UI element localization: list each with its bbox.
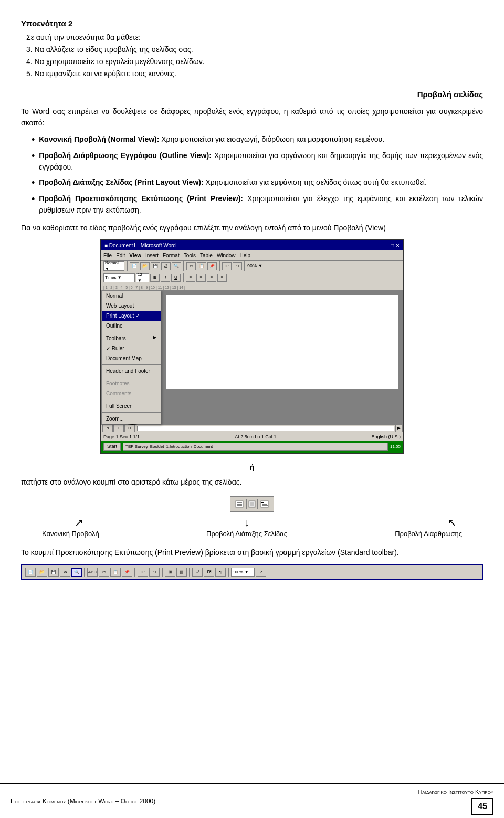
view-menu-sep4: [102, 400, 161, 400]
toolbar-btn-save[interactable]: 💾: [151, 262, 160, 270]
word-ruler: | 1 | 2 | 3 | 4 | 5 | 6 | 7 | 8 | 9 | 10…: [101, 284, 403, 290]
menu-table[interactable]: Table: [200, 251, 213, 259]
menu-help[interactable]: Help: [240, 251, 251, 259]
bullet-dot-3: •: [32, 176, 35, 190]
scrollbar-thumb[interactable]: [137, 426, 394, 431]
menu-insert[interactable]: Insert: [145, 251, 159, 259]
std-btn-email[interactable]: ✉: [60, 568, 70, 577]
view-menu-header[interactable]: Header and Footer: [102, 366, 161, 376]
toolbar-separator-2: [183, 261, 184, 271]
taskbar: Start TEF-Survey Booklet 1.Introduction …: [101, 441, 403, 453]
view-menu-outline[interactable]: Outline: [102, 321, 161, 331]
standard-toolbar: 📄 📂 💾 ✉ 🔍 ABC ✂ 📋 📌 ↩ ↪ ⊞ ▤ 🖊 🗺 ¶ 100% ▼…: [21, 564, 483, 580]
taskbar-item-4[interactable]: Document: [194, 444, 213, 450]
view-menu-comments: Comments: [102, 389, 161, 398]
footer-right-section: Παιδαγωγικο Ινστιτουτο Κυπρου 45: [418, 788, 494, 815]
menu-window[interactable]: Window: [217, 251, 236, 259]
footer-left-section: Επεξεργασία Κειμενου (Microsoft Word – O…: [10, 796, 155, 806]
std-zoom-dropdown[interactable]: 100% ▼: [231, 568, 255, 577]
toolbar-separator-3: [219, 261, 220, 271]
toolbar-btn-paste[interactable]: 📌: [207, 262, 217, 270]
toolbar-btn-justify[interactable]: ≡: [217, 274, 227, 282]
page-footer: Επεξεργασία Κειμενου (Microsoft Word – O…: [0, 783, 504, 819]
taskbar-start[interactable]: Start: [103, 443, 121, 451]
std-btn-copy[interactable]: 📋: [110, 568, 121, 577]
toolbar-btn-bold[interactable]: B: [150, 274, 160, 282]
toolbar-btn-preview[interactable]: 🔍: [172, 262, 181, 270]
menu-tools[interactable]: Tools: [184, 251, 196, 259]
scrollbar-right-arrow[interactable]: ▶: [395, 425, 403, 432]
style-dropdown[interactable]: Normal ▼: [103, 261, 124, 271]
std-btn-map[interactable]: 🗺: [204, 568, 214, 577]
status-position: At 2,5cm Ln 1 Col 1: [235, 434, 276, 441]
menu-view[interactable]: View: [129, 251, 141, 259]
std-btn-table[interactable]: ⊞: [165, 568, 175, 577]
std-btn-help[interactable]: ?: [256, 568, 266, 577]
view-btn-outline[interactable]: O: [124, 425, 135, 432]
toolbar-btn-italic[interactable]: I: [161, 274, 170, 282]
toolbar-btn-print[interactable]: 🖨: [161, 262, 171, 270]
subtitle-item-1: 3. Να αλλάζετε το είδος προβολής της σελ…: [26, 44, 483, 55]
toolbar-btn-new[interactable]: 📄: [130, 262, 139, 270]
arrow-normal: ↗: [52, 517, 105, 528]
label-print-container: ↓ Προβολή Διάταξης Σελίδας: [205, 517, 289, 539]
size-dropdown[interactable]: 12 ▼: [136, 273, 149, 282]
arrow-outline: ↖: [388, 517, 457, 528]
word-page: [166, 295, 398, 389]
toolbar-btn-redo[interactable]: ↪: [233, 262, 242, 270]
word-view-menu: Normal Web Layout Print Layout ✓ Outline…: [101, 290, 162, 424]
bullet-text-3: Προβολή Διάταξης Σελίδας (Print Layout V…: [39, 176, 426, 188]
toolbar-btn-align-right[interactable]: ≡: [207, 274, 216, 282]
toolbar-btn-underline[interactable]: U: [171, 274, 181, 282]
view-btn-layout[interactable]: L: [113, 425, 124, 432]
menu-edit[interactable]: Edit: [116, 251, 125, 259]
toolbar-btn-open[interactable]: 📂: [140, 262, 150, 270]
vb-btn-print-layout[interactable]: [246, 499, 258, 509]
std-btn-undo[interactable]: ↩: [138, 568, 148, 577]
view-menu-ruler[interactable]: ✓ Ruler: [102, 343, 161, 353]
std-btn-drawing[interactable]: 🖊: [192, 568, 203, 577]
toolbar-btn-align-left[interactable]: ≡: [186, 274, 195, 282]
taskbar-item-3[interactable]: 1.Introduction: [166, 444, 191, 450]
std-btn-cut[interactable]: ✂: [99, 568, 109, 577]
vb-btn-normal[interactable]: [234, 499, 245, 509]
std-sep-4: [189, 568, 190, 577]
label-print: Προβολή Διάταξης Σελίδας: [205, 529, 289, 539]
view-menu-normal[interactable]: Normal: [102, 291, 161, 301]
section-body-text: Το Word σας επιτρέπει να δουλέψετε σε δι…: [21, 106, 483, 129]
view-menu-sep5: [102, 412, 161, 413]
std-btn-new[interactable]: 📄: [25, 568, 36, 577]
view-btn-normal[interactable]: N: [102, 425, 113, 432]
vb-btn-outline[interactable]: [259, 499, 270, 509]
taskbar-item-2[interactable]: Booklet: [150, 444, 164, 450]
subtitle-intro-text: Σε αυτή την υποενότητα θα μάθετε:: [26, 32, 483, 43]
std-btn-open[interactable]: 📂: [37, 568, 47, 577]
menu-file[interactable]: File: [103, 251, 112, 259]
view-menu-toolbars[interactable]: Toolbars ▶: [102, 333, 161, 343]
bullet-desc-1: Χρησιμοποιείται για εισαγωγή, διόρθωση κ…: [159, 135, 384, 143]
bullet-item-1: • Κανονική Προβολή (Normal View): Χρησιμ…: [32, 133, 483, 146]
std-btn-save[interactable]: 💾: [48, 568, 59, 577]
std-btn-spell[interactable]: ABC: [87, 568, 98, 577]
view-menu-zoom[interactable]: Zoom...: [102, 414, 161, 424]
bullet-list: • Κανονική Προβολή (Normal View): Χρησιμ…: [32, 133, 483, 216]
std-btn-columns[interactable]: ▤: [176, 568, 187, 577]
toolbar-separator-1: [127, 261, 128, 271]
toolbar-btn-cut[interactable]: ✂: [186, 262, 196, 270]
std-btn-redo[interactable]: ↪: [149, 568, 160, 577]
std-btn-paragraph[interactable]: ¶: [215, 568, 226, 577]
view-menu-docmap[interactable]: Document Map: [102, 353, 161, 363]
toolbar-btn-align-center[interactable]: ≡: [196, 274, 206, 282]
toolbar-btn-undo[interactable]: ↩: [222, 262, 232, 270]
toolbar-btn-copy[interactable]: 📋: [197, 262, 206, 270]
std-btn-paste[interactable]: 📌: [122, 568, 132, 577]
font-dropdown[interactable]: Times ▼: [103, 273, 135, 282]
word-hscrollbar: N L O ▶: [101, 424, 403, 433]
view-menu-weblayout[interactable]: Web Layout: [102, 301, 161, 311]
taskbar-item-1[interactable]: TEF-Survey: [125, 444, 148, 450]
view-menu-printlayout[interactable]: Print Layout ✓: [102, 311, 161, 321]
std-btn-print-preview[interactable]: 🔍: [71, 568, 82, 577]
menu-format[interactable]: Format: [163, 251, 180, 259]
footer-institute: Παιδαγωγικο Ινστιτουτο Κυπρου: [418, 788, 494, 796]
view-menu-fullscreen[interactable]: Full Screen: [102, 401, 161, 411]
